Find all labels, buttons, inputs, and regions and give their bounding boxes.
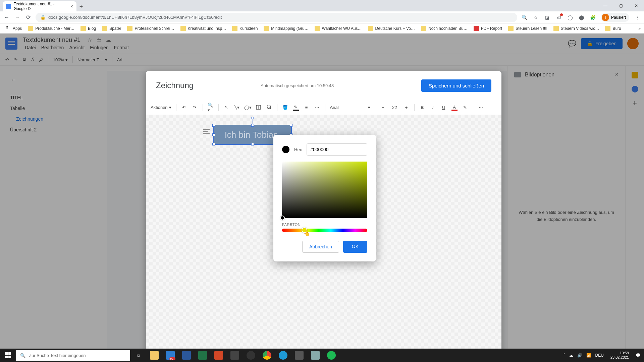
resize-handle[interactable]: [290, 124, 292, 127]
font-size-value[interactable]: 22: [391, 105, 399, 110]
bookmark-apps[interactable]: ⠿Apps: [3, 26, 24, 31]
bookmark-item[interactable]: Noch hochladen Bu…: [419, 26, 470, 31]
redo-icon[interactable]: ↷: [192, 105, 198, 111]
start-button[interactable]: [0, 352, 16, 358]
underline-icon[interactable]: U: [441, 105, 447, 111]
system-tray: ˄ ☁ 🔊 📶 DEU 10:59 23.02.2021 💬: [560, 351, 644, 360]
task-view-icon[interactable]: ⧉: [130, 349, 146, 362]
word-icon[interactable]: [178, 349, 195, 362]
extensions-icon[interactable]: 🧩: [590, 14, 596, 21]
maximize-button[interactable]: ▢: [613, 0, 629, 11]
zoom-dd-icon[interactable]: 🔍▾: [208, 105, 214, 111]
taskbar-apps: ⧉ 99+: [130, 349, 339, 362]
saturation-value-area[interactable]: [282, 162, 367, 218]
text-color-icon[interactable]: A: [451, 105, 458, 111]
app2-icon[interactable]: [291, 349, 307, 362]
chrome-icon[interactable]: [259, 349, 275, 362]
fill-color-icon[interactable]: 🪣: [282, 105, 288, 111]
new-tab-button[interactable]: +: [76, 2, 86, 11]
reload-icon[interactable]: ⟳: [25, 14, 32, 20]
excel-icon[interactable]: [195, 349, 211, 362]
bookmark-item[interactable]: Kreativität und Insp…: [178, 26, 228, 31]
bookmark-item[interactable]: Deutsche Kurs + Vo…: [366, 26, 417, 31]
font-dec-icon[interactable]: −: [380, 105, 386, 111]
image-tool-icon[interactable]: 🖼: [266, 105, 272, 111]
resize-handle[interactable]: [251, 143, 254, 145]
textbox-tool-icon[interactable]: 🅃: [256, 105, 262, 111]
border-weight-icon[interactable]: ≡: [304, 105, 310, 111]
star-icon[interactable]: ☆: [533, 14, 539, 21]
clock[interactable]: 10:59 23.02.2021: [608, 351, 632, 360]
ok-button[interactable]: OK: [343, 241, 367, 253]
ext4-icon[interactable]: ⬤: [578, 14, 585, 21]
edge-icon[interactable]: [275, 349, 291, 362]
hue-thumb[interactable]: [302, 227, 307, 233]
cloud-icon[interactable]: ☁: [569, 353, 573, 358]
border-color-icon[interactable]: ✎: [293, 105, 299, 111]
resize-handle[interactable]: [251, 124, 254, 127]
explorer-icon[interactable]: [146, 349, 162, 362]
nav-forward-icon[interactable]: →: [14, 14, 21, 20]
docs-favicon: [6, 4, 11, 9]
bookmark-item[interactable]: Später: [100, 26, 123, 31]
font-inc-icon[interactable]: +: [404, 105, 410, 111]
hex-input[interactable]: #000000: [307, 143, 367, 156]
ext3-icon[interactable]: ◯: [567, 14, 574, 21]
mail-icon[interactable]: 99+: [162, 349, 178, 362]
select-tool-icon[interactable]: ↖: [223, 105, 229, 111]
actions-dropdown[interactable]: Aktionen▾: [151, 105, 171, 110]
notepad-icon[interactable]: [307, 349, 323, 362]
resize-handle[interactable]: [212, 133, 215, 136]
tray-up-icon[interactable]: ˄: [563, 353, 565, 358]
italic-icon[interactable]: I: [430, 105, 436, 111]
bookmark-item[interactable]: Blog: [78, 26, 98, 31]
address-field[interactable]: 🔒 docs.google.com/document/d/1hUH8k6h7Lb…: [36, 13, 517, 22]
profile-paused-button[interactable]: T Pausiert: [601, 13, 629, 22]
close-button[interactable]: ✕: [629, 0, 644, 11]
more-icon[interactable]: ⋯: [478, 105, 484, 111]
powerpoint-icon[interactable]: [211, 349, 227, 362]
bookmark-item[interactable]: Steuern Lesen !!!!: [506, 26, 549, 31]
bookmark-item[interactable]: Professionell Schrei…: [125, 26, 176, 31]
browser-tab[interactable]: Textdokument neu #1 - Google D ×: [3, 1, 76, 11]
spotify-icon[interactable]: [323, 349, 339, 362]
bookmark-item[interactable]: Kursideen: [230, 26, 260, 31]
sv-thumb[interactable]: [280, 216, 285, 220]
bookmark-item[interactable]: Produktsuche - Mer…: [26, 26, 76, 31]
ext2-icon[interactable]: 🏷: [555, 14, 562, 21]
wifi-icon[interactable]: 📶: [586, 353, 591, 358]
save-and-close-button[interactable]: Speichern und schließen: [421, 79, 491, 92]
bookmark-item[interactable]: Wahlfächer WU Aus…: [313, 26, 364, 31]
language-indicator[interactable]: DEU: [595, 353, 604, 358]
bookmark-item[interactable]: Steuern Videos wic…: [551, 26, 601, 31]
taskbar-search[interactable]: 🔍 Zur Suche Text hier eingeben: [16, 350, 130, 361]
bookmark-item[interactable]: Mindmapping (Gru…: [262, 26, 310, 31]
minimize-button[interactable]: —: [598, 0, 613, 11]
resize-handle[interactable]: [212, 124, 215, 127]
wrap-align-icon[interactable]: [203, 129, 210, 134]
hue-slider[interactable]: 👆: [282, 229, 367, 232]
border-dash-icon[interactable]: ⋯: [314, 105, 320, 111]
bold-icon[interactable]: B: [419, 105, 425, 111]
app-icon[interactable]: [227, 349, 243, 362]
obs-icon[interactable]: [243, 349, 259, 362]
bookmark-item[interactable]: Büro: [603, 26, 623, 31]
shape-tool-icon[interactable]: ◯▾: [245, 105, 251, 111]
resize-handle[interactable]: [212, 143, 215, 145]
notifications-icon[interactable]: 💬: [636, 353, 641, 358]
ext1-icon[interactable]: ◪: [544, 14, 551, 21]
bookmark-item[interactable]: PDF Report: [472, 26, 504, 31]
cancel-button[interactable]: Abbrechen: [302, 241, 339, 253]
kebab-menu-icon[interactable]: ⋮: [634, 14, 641, 21]
rotate-handle[interactable]: [251, 117, 254, 119]
highlight-icon[interactable]: ✎: [462, 105, 468, 111]
line-tool-icon[interactable]: ╲▾: [234, 105, 240, 111]
drawing-font-dropdown[interactable]: Arial▾: [330, 105, 370, 110]
bookmarks-overflow-icon[interactable]: »: [638, 26, 641, 31]
nav-back-icon[interactable]: ←: [3, 14, 10, 20]
undo-icon[interactable]: ↶: [181, 105, 187, 111]
volume-icon[interactable]: 🔊: [577, 353, 582, 358]
tab-close-icon[interactable]: ×: [70, 4, 73, 9]
zoom-search-icon[interactable]: 🔍: [521, 14, 528, 21]
autosave-text: Automatisch gespeichert um 10:59:48: [261, 83, 334, 88]
